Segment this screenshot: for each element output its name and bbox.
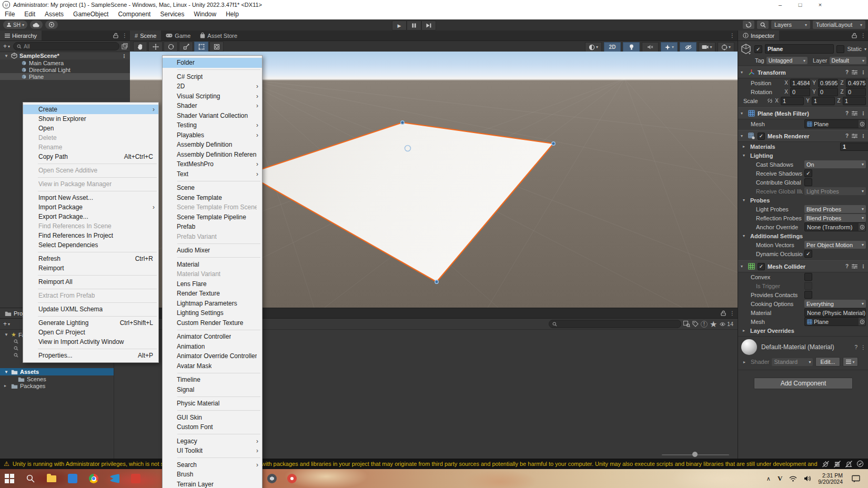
lock-icon[interactable] (852, 33, 857, 38)
menu-item-refresh[interactable]: RefreshCtrl+R (23, 254, 158, 263)
mesh-renderer-foldout[interactable]: ▾ (741, 134, 745, 138)
layers-dropdown[interactable]: Layers ▾ (771, 21, 810, 29)
shading-mode-dropdown[interactable]: ▾ (585, 42, 602, 52)
tab-hierarchy[interactable]: Hierarchy (0, 30, 42, 40)
debugger-muted-icon[interactable] (822, 461, 830, 467)
packages-foldout[interactable]: ▸ (4, 383, 9, 388)
menu-item-import-new-asset[interactable]: Import New Asset... (23, 193, 158, 202)
gizmos-dropdown[interactable]: ▾ (718, 42, 734, 52)
help-icon[interactable]: ? (845, 133, 849, 139)
tab-inspector[interactable]: Inspector (738, 30, 779, 40)
position-z-field[interactable]: 0.4975 (846, 79, 866, 87)
assets-foldout[interactable]: ▼ (4, 370, 9, 374)
tab-asset-store[interactable]: Asset Store (195, 30, 242, 40)
vscode-icon[interactable] (108, 472, 121, 485)
object-picker-icon[interactable] (859, 223, 865, 231)
receive-shadows-checkbox[interactable]: ✓ (804, 169, 812, 177)
component-menu-icon[interactable]: ⋮ (861, 69, 866, 75)
start-button[interactable] (3, 472, 16, 485)
additional-settings-foldout-row[interactable]: ▾ Additional Settings (738, 231, 868, 240)
search-button[interactable] (757, 21, 769, 29)
inspector-menu-icon[interactable]: ⋮ (861, 33, 866, 38)
scale-y-field[interactable]: 1 (812, 97, 835, 105)
menu-item-scene-template[interactable]: Scene Template (163, 193, 262, 203)
scene-visibility-button[interactable] (680, 42, 697, 52)
menu-item-physic-material[interactable]: Physic Material (163, 399, 262, 409)
menu-item-animator-override-controller[interactable]: Animator Override Controller (163, 351, 262, 361)
materials-foldout-row[interactable]: ▸ Materials 1 (738, 142, 868, 151)
menu-item-select-dependencies[interactable]: Select Dependencies (23, 240, 158, 250)
menu-item-text[interactable]: Text› (163, 169, 262, 179)
mesh-collider-foldout[interactable]: ▾ (741, 264, 745, 269)
menu-item-terrain-layer[interactable]: Terrain Layer (163, 480, 262, 488)
2d-toggle-button[interactable]: 2D (604, 42, 621, 52)
project-search-input[interactable] (549, 320, 681, 328)
material-menu-icon[interactable]: ⋮ (861, 344, 866, 350)
contribute-gi-checkbox[interactable] (804, 178, 812, 186)
hierarchy-item-main-camera[interactable]: Main Camera (0, 59, 130, 66)
component-menu-icon[interactable]: ⋮ (861, 133, 866, 139)
transform-foldout[interactable]: ▾ (741, 70, 745, 75)
menu-item-create[interactable]: Create› (23, 105, 158, 114)
gameobject-icon[interactable] (740, 43, 752, 55)
mesh-filter-foldout[interactable]: ▾ (741, 111, 745, 116)
menu-item-textmeshpro[interactable]: TextMeshPro› (163, 159, 262, 169)
menu-item-show-in-explorer[interactable]: Show in Explorer (23, 114, 158, 124)
probes-foldout-row[interactable]: ▾ Probes (738, 196, 868, 205)
menu-item-assembly-definition-reference[interactable]: Assembly Definition Reference (163, 150, 262, 160)
help-icon[interactable]: ? (854, 344, 857, 350)
help-icon[interactable]: ? (845, 110, 849, 116)
menu-item-audio-mixer[interactable]: Audio Mixer (163, 246, 262, 256)
menu-item-update-uxml-schema[interactable]: Update UXML Schema (23, 304, 158, 314)
mesh-renderer-enabled-checkbox[interactable]: ✓ (758, 133, 765, 140)
close-button[interactable]: × (810, 0, 830, 9)
favorites-foldout[interactable]: ▼ (4, 332, 9, 337)
tag-dropdown[interactable]: Untagged ▾ (766, 57, 808, 64)
hierarchy-create-button[interactable]: + ▾ (2, 43, 11, 50)
menu-item-lightmap-parameters[interactable]: Lightmap Parameters (163, 299, 262, 309)
undo-history-button[interactable] (743, 21, 754, 29)
convex-checkbox[interactable] (804, 273, 812, 281)
taskbar-search-button[interactable] (24, 472, 37, 485)
menu-item-animation[interactable]: Animation (163, 342, 262, 352)
object-picker-icon[interactable] (859, 120, 865, 128)
menu-item-copy-path[interactable]: Copy PathAlt+Ctrl+C (23, 152, 158, 161)
object-picker-icon[interactable] (859, 318, 865, 326)
project-folder-packages[interactable]: ▸ Packages (0, 382, 738, 389)
scale-tool-button[interactable] (179, 42, 193, 52)
menu-item-shader[interactable]: Shader› (163, 101, 262, 111)
menu-item-search[interactable]: Search› (163, 460, 262, 470)
static-dropdown-icon[interactable]: ▾ (864, 47, 866, 52)
tab-scene[interactable]: # Scene (130, 30, 161, 40)
tray-v-app-icon[interactable]: V (778, 474, 782, 483)
play-button[interactable]: ▶ (392, 21, 407, 30)
menu-item-visual-scripting[interactable]: Visual Scripting› (163, 92, 262, 101)
menu-item-signal[interactable]: Signal (163, 385, 262, 395)
cooking-options-dropdown[interactable]: Everything ▾ (804, 300, 866, 308)
constrain-scale-icon[interactable] (767, 98, 773, 104)
menu-item-scene[interactable]: Scene (163, 183, 262, 193)
menu-item-2d[interactable]: 2D› (163, 82, 262, 92)
menu-item-brush[interactable]: Brush (163, 470, 262, 480)
notifications-muted-icon[interactable] (845, 461, 853, 467)
maximize-button[interactable]: □ (790, 0, 810, 9)
scene-picker-icon[interactable] (122, 43, 128, 49)
services-target-button[interactable] (45, 21, 58, 29)
menu-item-timeline[interactable]: Timeline (163, 375, 262, 385)
menu-item-custom-font[interactable]: Custom Font (163, 422, 262, 432)
info-badge-icon[interactable]: ! (701, 321, 708, 328)
notification-center-icon[interactable] (852, 475, 861, 483)
help-icon[interactable]: ? (845, 263, 849, 269)
menubar-item-assets[interactable]: Assets (40, 9, 68, 19)
menubar-item-help[interactable]: Help (221, 9, 244, 19)
transform-header[interactable]: ▾ Transform ? ⋮ (738, 66, 868, 78)
search-by-type-icon[interactable] (683, 321, 690, 327)
collab-muted-icon[interactable] (833, 461, 841, 467)
volume-icon[interactable] (804, 475, 811, 482)
search-by-label-icon[interactable] (692, 321, 699, 327)
thumbnail-size-slider[interactable] (662, 452, 729, 457)
hierarchy-scene-row[interactable]: ▼ SampleScene* ⋮ (0, 52, 130, 59)
menubar-item-services[interactable]: Services (155, 9, 189, 19)
file-explorer-icon[interactable] (45, 472, 58, 485)
menu-item-export-package[interactable]: Export Package... (23, 212, 158, 221)
